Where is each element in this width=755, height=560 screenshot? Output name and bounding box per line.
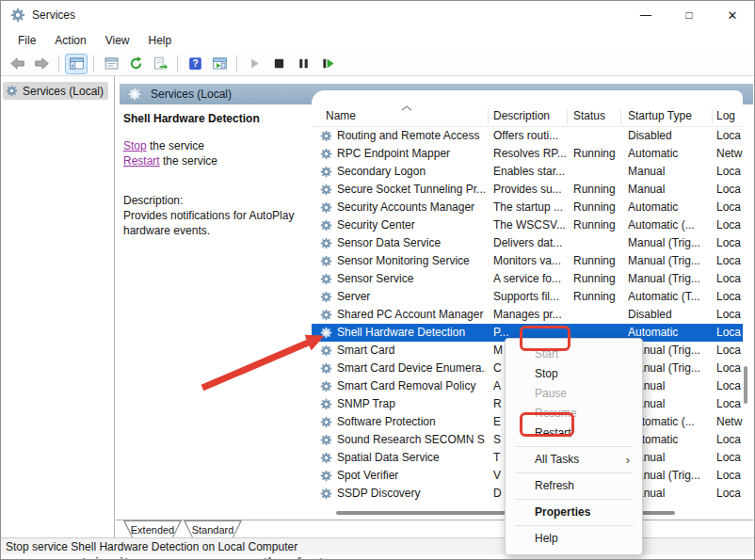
minimize-button[interactable]: — — [624, 1, 667, 29]
menu-separator — [515, 499, 633, 500]
service-row[interactable]: Sensor Monitoring ServiceMonitors va...R… — [312, 252, 743, 270]
service-row[interactable]: RPC Endpoint MapperResolves RP...Running… — [312, 145, 743, 163]
cell-description: Resolves RP... — [493, 145, 569, 163]
tab-extended[interactable]: Extended — [123, 520, 182, 537]
pause-service-icon[interactable] — [292, 54, 314, 74]
menu-item-all-tasks[interactable]: All Tasks› — [506, 450, 642, 470]
cell-name: RPC Endpoint Mapper — [337, 145, 486, 163]
cell-startup-type: Manual — [628, 181, 715, 199]
service-gear-icon — [320, 201, 332, 214]
back-icon[interactable] — [6, 54, 28, 74]
cell-startup-type: Disabled — [628, 306, 715, 324]
column-header-status[interactable]: Status — [573, 109, 605, 122]
cell-description: A service fo... — [493, 270, 569, 288]
annotation-arrow — [193, 327, 344, 397]
cell-log-on-as: Loca — [716, 431, 743, 449]
menu-item-pause[interactable]: Pause — [506, 384, 642, 404]
cell-log-on-as: Loca — [716, 181, 743, 199]
help-icon[interactable]: ? — [184, 54, 206, 74]
annotation-box-restart — [520, 412, 574, 437]
stop-service-link[interactable]: Stop — [123, 139, 147, 152]
service-row[interactable]: ServerSupports fil...RunningAutomatic (T… — [312, 288, 743, 306]
console-tree-panel: Services (Local) — [1, 76, 115, 537]
menubar: File Action View Help — [1, 29, 754, 52]
column-header-description[interactable]: Description — [493, 109, 550, 122]
restart-service-link[interactable]: Restart — [123, 154, 160, 168]
cell-name: Software Protection — [337, 413, 486, 431]
cell-name: Secure Socket Tunneling Pr... — [337, 181, 486, 199]
background-page-text: ascertain it yours possess the feature — [1, 554, 754, 560]
refresh-icon[interactable] — [124, 54, 147, 74]
menu-action[interactable]: Action — [45, 32, 95, 49]
service-gear-icon — [320, 237, 332, 249]
properties-window-icon[interactable] — [100, 54, 122, 74]
cell-status: Running — [573, 145, 624, 163]
cell-name: Secondary Logon — [337, 163, 486, 181]
menu-help[interactable]: Help — [139, 32, 182, 49]
show-console-tree-icon[interactable] — [65, 54, 88, 74]
service-row[interactable]: Shared PC Account ManagerManages pr...Di… — [312, 306, 743, 324]
service-gear-icon — [320, 309, 332, 321]
cell-name: Security Accounts Manager — [337, 199, 486, 216]
cell-log-on-as: Loca — [716, 485, 743, 503]
service-row[interactable]: Security Accounts ManagerThe startup ...… — [312, 199, 743, 216]
cell-startup-type: Disabled — [628, 127, 715, 145]
tree-node-services-local[interactable]: Services (Local) — [3, 82, 108, 100]
menu-item-properties[interactable]: Properties — [506, 503, 642, 522]
menu-item-help[interactable]: Help — [506, 529, 642, 549]
cell-name: Server — [337, 288, 486, 306]
service-gear-icon — [320, 273, 332, 285]
cell-status: Running — [573, 216, 624, 234]
cell-name: Shared PC Account Manager — [337, 306, 486, 324]
tree-node-label: Services (Local) — [23, 85, 104, 98]
service-gear-icon — [320, 219, 332, 232]
column-header-log-on-as[interactable]: Log — [716, 109, 735, 122]
cell-status: Running — [573, 252, 624, 270]
menu-view[interactable]: View — [96, 32, 139, 49]
start-service-icon[interactable] — [243, 54, 265, 74]
cell-log-on-as: Netw — [716, 145, 743, 163]
maximize-button[interactable]: □ — [667, 1, 711, 29]
vertical-scrollbar-thumb[interactable] — [744, 366, 747, 404]
service-row[interactable]: Secure Socket Tunneling Pr...Provides su… — [312, 181, 743, 199]
service-gear-icon — [320, 130, 332, 142]
details-pane: Shell Hardware Detection Stop the servic… — [116, 104, 312, 520]
tab-standard[interactable]: Standard — [184, 520, 242, 537]
service-row[interactable]: Sensor ServiceA service fo...RunningManu… — [312, 270, 743, 288]
stop-link-suffix: the service — [147, 139, 204, 152]
column-header-name[interactable]: Name — [326, 109, 356, 122]
menu-separator — [515, 446, 633, 447]
cell-name: Sound Research SECOMN S... — [337, 431, 486, 449]
cell-name: Spot Verifier — [337, 467, 486, 485]
toolbar: ? — [1, 52, 754, 76]
stop-service-icon[interactable] — [267, 54, 290, 74]
close-button[interactable]: ✕ — [711, 1, 754, 29]
cell-log-on-as: Loca — [716, 234, 743, 252]
cell-status — [573, 234, 624, 252]
cell-description: Monitors va... — [493, 252, 569, 270]
description-text: Provides notifications for AutoPlay hard… — [123, 208, 308, 238]
show-action-pane-icon[interactable] — [208, 54, 231, 74]
view-tabs: Extended Standard — [116, 520, 753, 537]
menu-item-stop[interactable]: Stop — [506, 364, 642, 384]
service-row[interactable]: Secondary LogonEnables star...ManualLoca — [312, 163, 743, 181]
cell-description: Manages pr... — [493, 306, 569, 324]
forward-icon[interactable] — [30, 54, 53, 74]
service-row[interactable]: Routing and Remote AccessOffers routi...… — [312, 127, 743, 145]
service-row[interactable]: Sensor Data ServiceDelivers dat...Manual… — [312, 234, 743, 252]
service-row[interactable]: Security CenterThe WSCSV...RunningAutoma… — [312, 216, 743, 234]
menu-file[interactable]: File — [8, 32, 45, 49]
menu-item-refresh[interactable]: Refresh — [506, 476, 642, 496]
cell-startup-type: Manual (Trig... — [628, 252, 715, 270]
restart-service-icon[interactable] — [316, 54, 339, 74]
cell-description: Delivers dat... — [493, 234, 569, 252]
cell-log-on-as: Loca — [716, 199, 743, 216]
service-gear-icon — [320, 470, 332, 482]
service-gear-icon — [320, 291, 332, 303]
restart-link-suffix: the service — [160, 154, 217, 168]
description-label: Description: — [123, 193, 308, 208]
service-gear-icon — [320, 488, 332, 500]
context-menu: StartStopPauseResumeRestartAll Tasks›Ref… — [505, 338, 643, 555]
export-list-icon[interactable] — [149, 54, 171, 74]
column-header-startup-type[interactable]: Startup Type — [628, 109, 692, 122]
